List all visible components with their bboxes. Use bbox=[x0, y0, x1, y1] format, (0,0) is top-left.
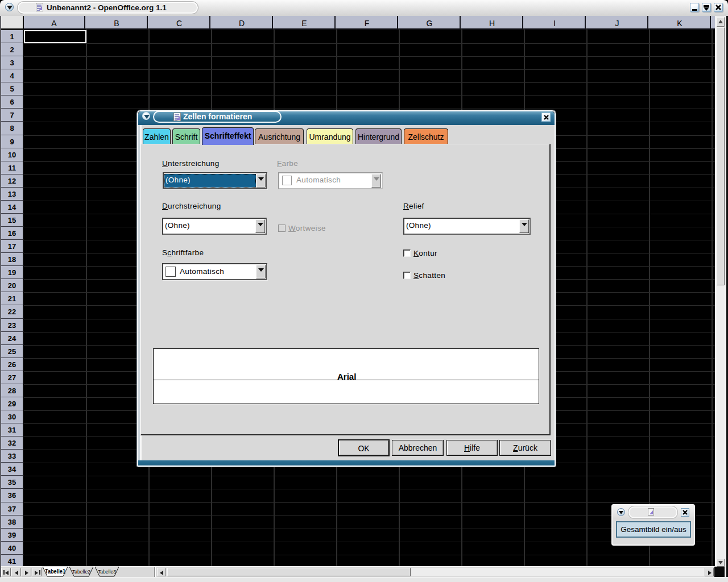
svg-text:Tabelle2: Tabelle2 bbox=[72, 569, 90, 575]
svg-text:Tabelle1: Tabelle1 bbox=[45, 568, 65, 575]
svg-text:Tabelle3: Tabelle3 bbox=[98, 569, 116, 575]
